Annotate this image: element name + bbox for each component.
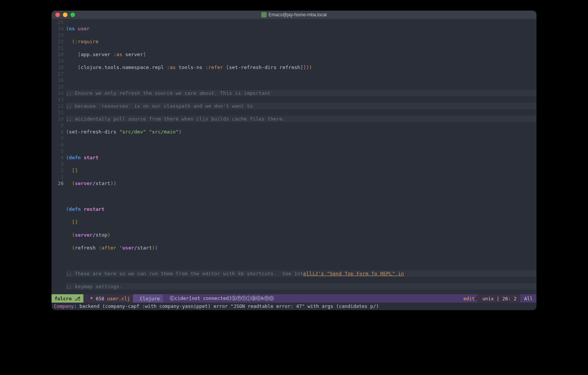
line-number: 9 xyxy=(52,122,64,129)
modeline-position: unix | 26: 2 xyxy=(479,294,520,303)
line-number: 8 xyxy=(52,129,64,135)
modeline: fulcro ⎇ * 658 user.clj Clojure Ⓔcider[n… xyxy=(52,294,536,303)
line-number: 22 xyxy=(52,38,64,45)
line-number: 13 xyxy=(52,96,64,103)
titlebar: Emacs@jay-home-mba.local xyxy=(52,11,536,19)
file-size: 658 xyxy=(96,296,105,301)
modeline-file[interactable]: * 658 user.clj xyxy=(83,294,133,303)
line-number: 3 xyxy=(52,161,64,167)
title-text: Emacs@jay-home-mba.local xyxy=(269,12,327,17)
line-number: 12 xyxy=(52,103,64,109)
minibuffer-text: : backend (company-capf :with company-ya… xyxy=(74,303,379,309)
zoom-icon[interactable] xyxy=(70,13,75,17)
line-number: 17 xyxy=(52,71,64,77)
line-number: 25 xyxy=(52,19,64,25)
line-number: 7 xyxy=(52,135,64,141)
line-number: 4 xyxy=(52,154,64,161)
editor-area[interactable]: 2524232221201918171615141312111098765432… xyxy=(52,19,536,294)
traffic-lights xyxy=(52,13,75,17)
line-number-gutter: 2524232221201918171615141312111098765432… xyxy=(52,19,66,294)
line-number: 26 xyxy=(52,180,64,187)
line-number: 11 xyxy=(52,109,64,116)
line-number: 10 xyxy=(52,116,64,122)
modeline-scroll: All xyxy=(520,294,536,303)
line-number: 21 xyxy=(52,45,64,51)
line-number: 14 xyxy=(52,90,64,96)
emacs-window: Emacs@jay-home-mba.local 252423222120191… xyxy=(52,11,536,310)
minimize-icon[interactable] xyxy=(63,13,67,17)
line-number: 5 xyxy=(52,148,64,154)
minibuffer-label: Company xyxy=(54,303,74,309)
modeline-major-mode[interactable]: Clojure xyxy=(133,294,163,303)
line-number: 20 xyxy=(52,51,64,58)
line-number: 19 xyxy=(52,58,64,64)
window-title: Emacs@jay-home-mba.local xyxy=(261,12,327,17)
line-number: 23 xyxy=(52,32,64,38)
cider-status-icons: ⓈⓅⓎⒾⒷⓄkⓇⓄ xyxy=(231,295,274,302)
line-number: 16 xyxy=(52,77,64,83)
line-number: 2 xyxy=(52,167,64,174)
modeline-cider[interactable]: Ⓔcider[not connected]ⓈⓅⓎⒾⒷⓄkⓇⓄ xyxy=(163,294,277,303)
line-number: 6 xyxy=(52,141,64,148)
line-number: 1 xyxy=(52,174,64,180)
code-buffer[interactable]: (ns user (:require [app.server :as serve… xyxy=(66,19,536,294)
close-icon[interactable] xyxy=(55,13,60,17)
emacs-icon xyxy=(261,12,267,17)
modeline-project[interactable]: fulcro ⎇ xyxy=(52,294,83,303)
modified-indicator: * xyxy=(90,296,93,301)
line-number: 24 xyxy=(52,25,64,32)
minibuffer[interactable]: Company: backend (company-capf :with com… xyxy=(52,303,536,310)
line-number: 18 xyxy=(52,64,64,71)
line-number: 15 xyxy=(52,83,64,90)
file-name: user.clj xyxy=(107,296,130,301)
